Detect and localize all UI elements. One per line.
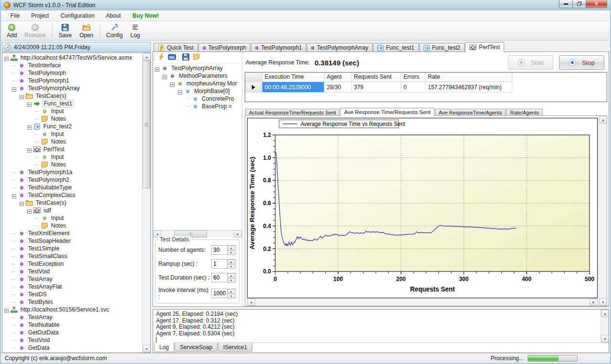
menu-item-configuration[interactable]: Configuration — [55, 11, 100, 21]
menu-item-file[interactable]: File — [5, 11, 25, 21]
scroll-up-icon[interactable]: ▲ — [601, 310, 609, 317]
tree-item[interactable]: TestCase(s) — [2, 199, 142, 207]
minimize-button[interactable] — [559, 0, 573, 8]
tree-item[interactable]: morpheusArray Mor — [153, 80, 242, 87]
tree-collapse-icon[interactable] — [178, 89, 182, 94]
tree-item[interactable]: TestArray — [2, 313, 142, 321]
tree-item[interactable]: MethodParameters — [153, 72, 242, 80]
tree-collapse-icon[interactable] — [155, 66, 159, 71]
tree-item[interactable]: TestComplexClass — [2, 191, 142, 199]
log-tab-log[interactable]: Log — [154, 343, 174, 352]
tree-collapse-icon[interactable] — [27, 208, 31, 213]
chart-tab-actual-responsetime-requests-sent[interactable]: Actual ResponseTime/Requests Sent — [245, 109, 340, 116]
log-output[interactable]: Agent 25, Elapsed: 0.2184 (sec)Agent 17,… — [153, 310, 601, 343]
config-button[interactable]: Config — [103, 22, 127, 40]
xml-button[interactable]: XML — [166, 53, 177, 62]
tree-item[interactable]: TestXmlElement — [2, 229, 142, 237]
spin-down-icon[interactable]: ▼ — [228, 278, 235, 283]
tree-item[interactable]: TestPolymorph1a — [2, 168, 142, 176]
scroll-right-icon[interactable]: ► — [590, 299, 598, 306]
tree-collapse-icon[interactable] — [170, 82, 175, 86]
menu-item-about[interactable]: About — [100, 11, 126, 21]
tree-item[interactable]: TestSoapHeader — [2, 237, 142, 245]
services-tree-vscrollbar[interactable]: ▲ ▼ — [142, 53, 150, 353]
tree-collapse-icon[interactable] — [163, 74, 167, 78]
grid-column-header[interactable]: Agent — [324, 73, 352, 82]
grid-column-header[interactable]: Execution Time — [262, 73, 324, 82]
save-button[interactable]: Save — [55, 22, 75, 40]
grid-cell[interactable]: 28/30 — [324, 82, 352, 93]
tree-collapse-icon[interactable] — [20, 201, 24, 205]
numeric-input[interactable] — [212, 273, 227, 282]
tab-func-test1[interactable]: Func_test1 — [373, 43, 418, 52]
log-tab-iservice1[interactable]: IService1 — [218, 343, 252, 352]
tree-item[interactable]: Input — [2, 130, 142, 138]
tree-collapse-icon[interactable] — [4, 308, 9, 312]
tree-item[interactable]: GetData — [2, 344, 142, 352]
tree-item[interactable]: TestPolymorph1 — [2, 77, 142, 84]
tab-testpolymorph[interactable]: TestPolymorph — [198, 43, 250, 52]
title-bar[interactable]: WCF Storm v1.0.0 - Trial Edition × — [1, 0, 610, 10]
scroll-left-icon[interactable]: ◄ — [247, 299, 255, 306]
tree-item[interactable]: Notes — [2, 138, 142, 146]
chart-tab-ave-response-time-requests-sent[interactable]: Ave Response Time/Requests Sent — [340, 108, 434, 116]
tree-item[interactable]: Notes — [2, 222, 142, 229]
tree-item[interactable]: BaseProp = — [153, 103, 242, 110]
tree-item[interactable]: PerfTest — [2, 146, 142, 153]
tree-item[interactable]: Func_test2 — [2, 123, 142, 130]
grid-data-row[interactable]: 00:00:48.252800028/303790157.27794346293… — [245, 82, 607, 93]
chart-hscrollbar[interactable]: ◄ ► — [247, 298, 598, 306]
log-tab-servicesoap[interactable]: ServiceSoap — [175, 343, 217, 352]
menu-item-project[interactable]: Project — [25, 11, 54, 21]
restore-button[interactable] — [573, 0, 586, 8]
spin-up-icon[interactable]: ▲ — [228, 246, 235, 250]
tree-item[interactable]: TestException — [2, 260, 142, 268]
grid-cell[interactable]: 157.277943462937 (req/min) — [425, 82, 512, 93]
spin-down-icon[interactable]: ▼ — [228, 250, 235, 255]
tree-item[interactable]: Input — [2, 214, 142, 222]
tree-collapse-icon[interactable] — [27, 147, 31, 152]
spin-down-icon[interactable]: ▼ — [228, 264, 235, 269]
menu-item-buy-now-[interactable]: Buy Now! — [126, 11, 164, 21]
tree-item[interactable]: TestNullableType — [2, 184, 142, 191]
tree-item[interactable]: Input — [2, 107, 142, 115]
spin-up-icon[interactable]: ▲ — [228, 260, 235, 264]
tree-item[interactable]: TestDS — [2, 291, 142, 298]
spin-up-icon[interactable]: ▲ — [228, 273, 235, 278]
tree-item[interactable]: TestNullable — [2, 321, 142, 329]
tree-item[interactable]: TestPolymorphArray — [153, 64, 242, 72]
tree-item[interactable]: TestVoid — [2, 336, 142, 344]
tree-item[interactable]: TestPolymorph2 — [2, 176, 142, 184]
tree-item[interactable]: GetOutData — [2, 329, 142, 336]
tree-collapse-icon[interactable] — [12, 193, 16, 198]
numeric-input[interactable] — [212, 289, 227, 298]
tree-collapse-icon[interactable] — [27, 102, 31, 106]
tree-item[interactable]: Test1Simple — [2, 245, 142, 252]
tree-item[interactable]: http://localhost:64747/TestWS/Service.as… — [2, 54, 142, 62]
tree-item[interactable]: Input — [2, 153, 142, 161]
tab-testpolymorph1[interactable]: TestPolymorph1 — [251, 43, 306, 52]
chart-vscrollbar[interactable]: ▲ ▼ — [599, 116, 607, 306]
tree-item[interactable]: TestArrayFlat — [2, 283, 142, 291]
tab-quick-test[interactable]: Quick Test — [154, 43, 198, 52]
log-button[interactable]: Log — [126, 22, 144, 40]
numeric-input[interactable] — [212, 260, 227, 268]
tree-item[interactable]: TestSmallClass — [2, 252, 142, 260]
tree-item[interactable]: ConcretePro — [153, 95, 242, 103]
tree-item[interactable]: http://localhost:50156/Service1.svc — [2, 306, 142, 313]
grid-cell[interactable]: 379 — [352, 82, 401, 93]
tree-item[interactable]: TestPolymorph — [2, 69, 142, 77]
tree-item[interactable]: sdf — [2, 207, 142, 214]
tree-item[interactable]: TestPolymorphArray — [2, 84, 142, 92]
scroll-down-icon[interactable]: ▼ — [599, 298, 607, 306]
tree-item[interactable]: TestVoid — [2, 268, 142, 275]
tree-collapse-icon[interactable] — [4, 56, 9, 60]
grid-column-header[interactable]: Requests Sent — [352, 73, 401, 82]
grid-cell[interactable]: 0 — [401, 82, 425, 93]
close-button[interactable]: × — [586, 0, 607, 8]
run-button[interactable] — [156, 53, 166, 62]
minisave-button[interactable] — [180, 53, 191, 62]
tree-collapse-icon[interactable] — [12, 86, 16, 91]
tab-perftest[interactable]: PerfTest — [465, 42, 504, 52]
tree-collapse-icon[interactable] — [27, 125, 31, 129]
